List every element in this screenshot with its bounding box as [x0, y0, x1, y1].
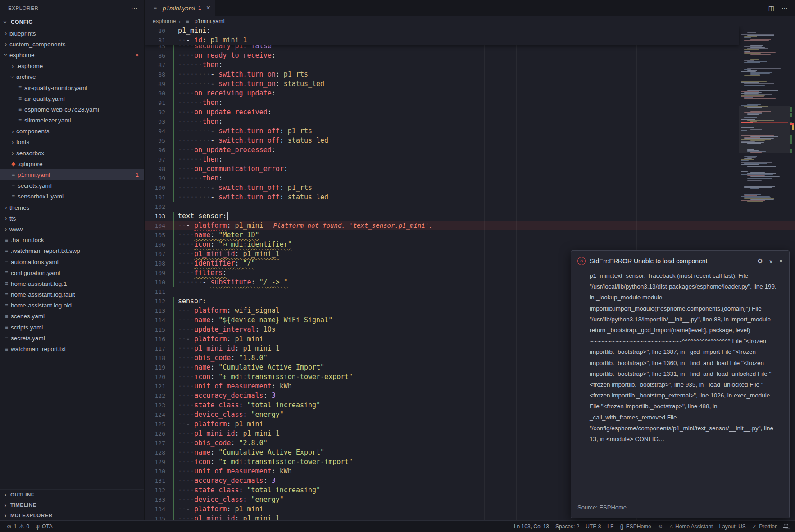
tree-folder-sensorbox[interactable]: ›sensorbox	[0, 148, 144, 158]
tree-file-p1mini.yaml[interactable]: ≡p1mini.yaml1	[0, 169, 144, 180]
code-line-91[interactable]: 91······then:	[145, 98, 739, 108]
section-outline[interactable]: ›OUTLINE	[0, 489, 144, 500]
code-line-99[interactable]: 99······then:	[145, 174, 739, 183]
line-number[interactable]: 89	[145, 79, 165, 89]
tree-folder-tts[interactable]: ›tts	[0, 213, 144, 224]
line-number[interactable]: 105	[145, 230, 165, 240]
line-number[interactable]: 132	[145, 486, 165, 495]
status-eol[interactable]: LF	[604, 521, 617, 532]
code-line-97[interactable]: 97······then:	[145, 155, 739, 164]
workspace-root[interactable]: › CONFIG	[0, 16, 144, 27]
tree-file-.watchman_report.txt.swp[interactable]: ≡.watchman_report.txt.swp	[0, 246, 144, 257]
chevron-down-icon[interactable]: ∨	[769, 257, 773, 265]
code-line-106[interactable]: 106····icon: "⊡ mdi:identifier"	[145, 240, 739, 249]
line-number[interactable]: 119	[145, 363, 165, 372]
line-number[interactable]: 122	[145, 391, 165, 401]
breadcrumb-folder[interactable]: esphome	[153, 18, 176, 24]
breadcrumb-file[interactable]: p1mini.yaml	[195, 18, 225, 24]
code-line-103[interactable]: 103text_sensor:	[145, 212, 739, 221]
status-cursor-position[interactable]: Ln 103, Col 13	[511, 521, 552, 532]
line-number[interactable]: 113	[145, 306, 165, 316]
line-number[interactable]: 81	[145, 36, 165, 45]
tree-file-automations.yaml[interactable]: ≡automations.yaml	[0, 257, 144, 267]
line-number[interactable]: 93	[145, 117, 165, 126]
tree-file-slimmelezer.yaml[interactable]: ≡slimmelezer.yaml	[0, 115, 144, 126]
tree-folder-blueprints[interactable]: ›blueprints	[0, 28, 144, 39]
sticky-scroll[interactable]: 80p1_mini:81··- id: p1_mini_1	[145, 26, 739, 45]
line-number[interactable]: 118	[145, 353, 165, 363]
line-number[interactable]: 107	[145, 249, 165, 259]
code-line-80[interactable]: 80p1_mini:	[145, 26, 739, 36]
line-number[interactable]: 129	[145, 457, 165, 467]
tree-folder-archive[interactable]: ›archive	[0, 72, 144, 82]
section-timeline[interactable]: ›TIMELINE	[0, 500, 144, 510]
line-number[interactable]: 80	[145, 26, 165, 36]
status-encoding[interactable]: UTF-8	[582, 521, 604, 532]
gear-icon[interactable]: ⚙	[757, 257, 763, 265]
tree-folder-esphome[interactable]: ›esphome●	[0, 50, 144, 60]
line-number[interactable]: 104	[145, 221, 165, 230]
line-number[interactable]: 92	[145, 108, 165, 117]
tree-file-secrets.yaml[interactable]: ≡secrets.yaml	[0, 333, 144, 343]
tree-folder-fonts[interactable]: ›fonts	[0, 137, 144, 148]
close-icon[interactable]: ×	[779, 257, 783, 265]
code-line-100[interactable]: 100········- switch.turn_off: p1_rts	[145, 183, 739, 193]
tree-file-air-quality.yaml[interactable]: ≡air-quality.yaml	[0, 93, 144, 104]
tree-folder-components[interactable]: ›components	[0, 126, 144, 137]
status-prettier[interactable]: ✓Prettier	[749, 521, 780, 532]
code-line-95[interactable]: 95········- switch.turn_off: status_led	[145, 136, 739, 145]
line-number[interactable]: 117	[145, 344, 165, 353]
line-number[interactable]: 97	[145, 155, 165, 164]
close-tab-icon[interactable]: ×	[206, 4, 210, 12]
tree-file-home-assistant.log.fault[interactable]: ≡home-assistant.log.fault	[0, 289, 144, 300]
tree-file-configuration.yaml[interactable]: ≡configuration.yaml	[0, 267, 144, 278]
code-line-88[interactable]: 88········- switch.turn_on: p1_rts	[145, 70, 739, 79]
code-line-89[interactable]: 89········- switch.turn_on: status_led	[145, 79, 739, 89]
line-number[interactable]: 127	[145, 438, 165, 448]
tree-file-watchman_report.txt[interactable]: ≡watchman_report.txt	[0, 343, 144, 354]
line-number[interactable]: 106	[145, 240, 165, 249]
line-number[interactable]: 123	[145, 401, 165, 410]
status-remote[interactable]: ⌂Home Assistant	[667, 521, 716, 532]
split-editor-icon[interactable]: ◫	[768, 5, 774, 12]
tree-file-sensorbox1.yaml[interactable]: ≡sensorbox1.yaml	[0, 191, 144, 202]
line-number[interactable]: 108	[145, 259, 165, 268]
line-number[interactable]: 115	[145, 325, 165, 334]
line-number[interactable]: 96	[145, 145, 165, 155]
line-number[interactable]: 94	[145, 126, 165, 136]
line-number[interactable]: 121	[145, 382, 165, 391]
tree-file-air-quality-monitor.yaml[interactable]: ≡air-quality-monitor.yaml	[0, 82, 144, 93]
line-number[interactable]: 133	[145, 495, 165, 505]
status-notifications[interactable]	[780, 521, 791, 532]
code-line-105[interactable]: 105····name: "Meter ID"	[145, 230, 739, 240]
line-number[interactable]: 130	[145, 467, 165, 476]
code-line-90[interactable]: 90····on_receiving_update:	[145, 89, 739, 98]
line-number[interactable]: 112	[145, 297, 165, 306]
line-number[interactable]: 91	[145, 98, 165, 108]
code-line-96[interactable]: 96····on_update_processed:	[145, 145, 739, 155]
code-line-98[interactable]: 98····on_communication_error:	[145, 164, 739, 174]
line-number[interactable]: 120	[145, 372, 165, 382]
line-number[interactable]: 101	[145, 193, 165, 202]
tree-file-home-assistant.log.1[interactable]: ≡home-assistant.log.1	[0, 278, 144, 289]
explorer-more-icon[interactable]: ⋯	[131, 4, 138, 12]
tree-folder-themes[interactable]: ›themes	[0, 202, 144, 213]
code-line-101[interactable]: 101········- switch.turn_off: status_led	[145, 193, 739, 202]
tree-file-secrets.yaml[interactable]: ≡secrets.yaml	[0, 180, 144, 191]
tree-folder-custom_components[interactable]: ›custom_components	[0, 39, 144, 50]
editor-more-icon[interactable]: ⋯	[781, 5, 788, 12]
line-number[interactable]: 111	[145, 287, 165, 297]
line-number[interactable]: 135	[145, 514, 165, 520]
line-number[interactable]: 100	[145, 183, 165, 193]
code-line-104[interactable]: 104··- platform: p1_miniPlatform not fou…	[145, 221, 739, 230]
line-number[interactable]: 95	[145, 136, 165, 145]
line-number[interactable]: 110	[145, 278, 165, 287]
code-line-92[interactable]: 92····on_update_received:	[145, 108, 739, 117]
minimap-slider[interactable]	[739, 106, 790, 153]
line-number[interactable]: 126	[145, 429, 165, 438]
line-number[interactable]: 103	[145, 212, 165, 221]
code-line-87[interactable]: 87······then:	[145, 60, 739, 70]
tree-file-scenes.yaml[interactable]: ≡scenes.yaml	[0, 311, 144, 322]
code-line-102[interactable]: 102	[145, 202, 739, 212]
tree-file-esphome-web-c97e28.yaml[interactable]: ≡esphome-web-c97e28.yaml	[0, 104, 144, 115]
